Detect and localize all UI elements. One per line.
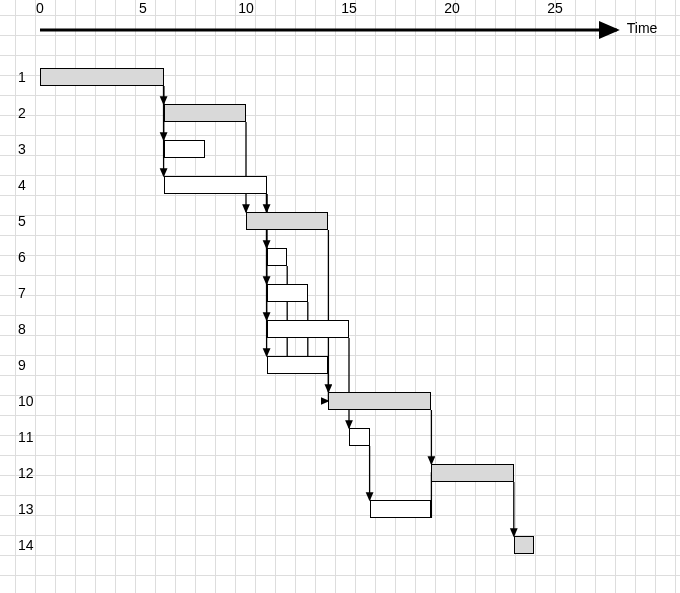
- row-label: 9: [18, 357, 26, 373]
- axis-and-arrows-svg: [0, 0, 680, 593]
- task-bar: [164, 176, 267, 194]
- row-label: 6: [18, 249, 26, 265]
- row-label: 2: [18, 105, 26, 121]
- task-bar: [40, 68, 164, 86]
- task-bar: [164, 140, 205, 158]
- x-tick-label: 10: [238, 0, 254, 16]
- task-bar: [431, 464, 513, 482]
- x-tick-label: 0: [36, 0, 44, 16]
- row-label: 14: [18, 537, 34, 553]
- task-bar: [267, 320, 349, 338]
- task-bar: [328, 392, 431, 410]
- row-label: 10: [18, 393, 34, 409]
- row-label: 1: [18, 69, 26, 85]
- row-label: 12: [18, 465, 34, 481]
- task-bar: [514, 536, 535, 554]
- row-label: 13: [18, 501, 34, 517]
- task-bar: [246, 212, 328, 230]
- task-bar: [267, 248, 288, 266]
- x-tick-label: 5: [139, 0, 147, 16]
- row-label: 5: [18, 213, 26, 229]
- row-label: 4: [18, 177, 26, 193]
- gantt-chart: Time 05101520251234567891011121314: [0, 0, 680, 593]
- task-bar: [164, 104, 246, 122]
- row-label: 3: [18, 141, 26, 157]
- x-axis-label: Time: [627, 20, 658, 36]
- task-bar: [349, 428, 370, 446]
- row-label: 8: [18, 321, 26, 337]
- row-label: 11: [18, 429, 34, 445]
- x-tick-label: 25: [547, 0, 563, 16]
- x-tick-label: 15: [341, 0, 357, 16]
- row-label: 7: [18, 285, 26, 301]
- task-bar: [370, 500, 432, 518]
- task-bar: [267, 284, 308, 302]
- task-bar: [267, 356, 329, 374]
- x-tick-label: 20: [444, 0, 460, 16]
